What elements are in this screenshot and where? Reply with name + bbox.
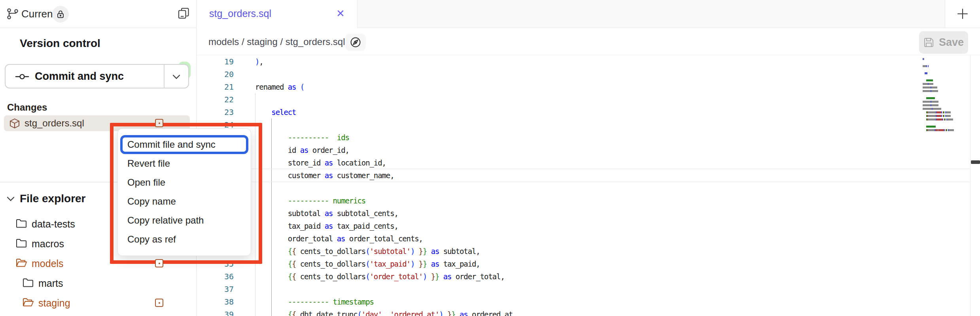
folder-icon (23, 278, 34, 289)
branch-name[interactable]: Current (21, 0, 56, 28)
code-line: id as order_id, (255, 144, 349, 156)
lock-icon (57, 10, 64, 19)
lineage-compass-button[interactable] (345, 34, 366, 51)
editor-right-border (970, 55, 971, 316)
folder-open-icon (16, 258, 27, 269)
changed-file-name: stg_orders.sql (25, 115, 84, 131)
save-label: Save (939, 36, 964, 49)
code-line: ---------- timestamps (255, 295, 374, 308)
code-line: {{ cents_to_dollars('order_total') }} as… (255, 270, 505, 283)
tree-item-marts[interactable]: marts (0, 273, 197, 293)
folder-icon (16, 238, 27, 249)
tree-item-label: staging (38, 293, 70, 313)
chevron-down-icon (7, 196, 15, 201)
code-line: {{ cents_to_dollars('subtotal') }} as su… (255, 245, 480, 258)
save-icon (923, 37, 934, 48)
line-number: 39 (197, 308, 234, 316)
line-number: 20 (197, 68, 234, 81)
line-number: 38 (197, 295, 234, 308)
line-number: 19 (197, 55, 234, 68)
version-control-header[interactable]: Version control 1 (0, 28, 197, 59)
tree-item-label: models (32, 254, 64, 273)
code-line: ---------- numerics (255, 194, 365, 207)
folder-open-icon (23, 297, 34, 308)
model-cube-icon (9, 118, 20, 129)
version-control-title: Version control (20, 28, 100, 59)
menu-item[interactable]: Open file (118, 173, 251, 192)
panel-resize-handle[interactable] (971, 160, 980, 164)
new-tab-button[interactable] (955, 6, 971, 22)
line-number: 37 (197, 283, 234, 295)
git-commit-icon (15, 73, 29, 81)
code-line: store_id as location_id, (255, 156, 386, 169)
code-line: {{ dbt.date_trunc('day', 'ordered_at') }… (255, 308, 513, 316)
menu-item[interactable]: Copy name (118, 192, 251, 211)
chevron-down-icon[interactable] (172, 74, 180, 79)
code-line: subtotal as subtotal_cents, (255, 207, 398, 220)
folder-icon (16, 218, 27, 229)
copy-icon-button[interactable] (176, 7, 191, 21)
breadcrumb[interactable]: models / staging / stg_orders.sql (208, 28, 345, 55)
code-line: select (255, 106, 296, 118)
code-line: {{ cents_to_dollars('tax_paid') }} as ta… (255, 258, 480, 270)
branch-lock-badge (52, 6, 69, 23)
tree-item-label: marts (38, 273, 63, 293)
save-button[interactable]: Save (919, 31, 968, 54)
changes-section-label: Changes (7, 102, 47, 113)
code-line: ---------- ids (255, 131, 349, 144)
plus-icon (956, 8, 969, 20)
compass-icon (350, 36, 361, 48)
line-number: 35 (197, 258, 234, 270)
folder-modified-indicator (155, 299, 163, 307)
code-line: ), (255, 55, 263, 68)
tab-label: stg_orders.sql (209, 0, 271, 27)
code-line: customer as customer_name, (255, 169, 394, 182)
commit-and-sync-button[interactable]: Commit and sync (5, 64, 189, 88)
file-modified-indicator[interactable] (155, 119, 163, 127)
code-line: tax_paid as tax_paid_cents, (255, 220, 398, 232)
line-number: 23 (197, 106, 234, 118)
line-number: 21 (197, 81, 234, 93)
code-line: order_total as order_total_cents, (255, 232, 423, 245)
file-explorer-title: File explorer (20, 189, 86, 209)
copy-icon (177, 7, 190, 20)
line-number: 36 (197, 270, 234, 283)
breadcrumb-row: models / staging / stg_orders.sql Save (197, 28, 980, 55)
commit-and-sync-label: Commit and sync (35, 65, 124, 88)
code-line: renamed as ( (255, 81, 304, 93)
tab-close-icon[interactable]: ✕ (333, 0, 348, 27)
line-number: 22 (197, 93, 234, 106)
menu-item[interactable]: Copy relative path (118, 211, 251, 230)
tree-item-label: data-tests (32, 214, 75, 234)
split-button-divider (164, 65, 165, 88)
tree-item-label: macros (32, 234, 64, 254)
tree-item-staging[interactable]: staging (0, 293, 197, 313)
folder-modified-indicator (155, 259, 163, 267)
tab-bar: stg_orders.sql ✕ (197, 0, 980, 28)
menu-item[interactable]: Commit file and sync (120, 135, 248, 154)
tree-item-models[interactable]: models (0, 254, 197, 273)
menu-item[interactable]: Copy as ref (118, 230, 251, 249)
branch-header: Current (0, 0, 197, 28)
tab-stg-orders[interactable]: stg_orders.sql ✕ (197, 0, 358, 28)
new-tab-zone (945, 0, 980, 28)
git-branch-icon (6, 8, 19, 20)
context-menu: Commit file and syncRevert fileOpen file… (117, 128, 251, 256)
menu-item[interactable]: Revert file (118, 154, 251, 173)
code-editor[interactable]: 1920212223242526272829303132333435363738… (197, 55, 980, 316)
app-root: Current Version control (0, 0, 980, 316)
